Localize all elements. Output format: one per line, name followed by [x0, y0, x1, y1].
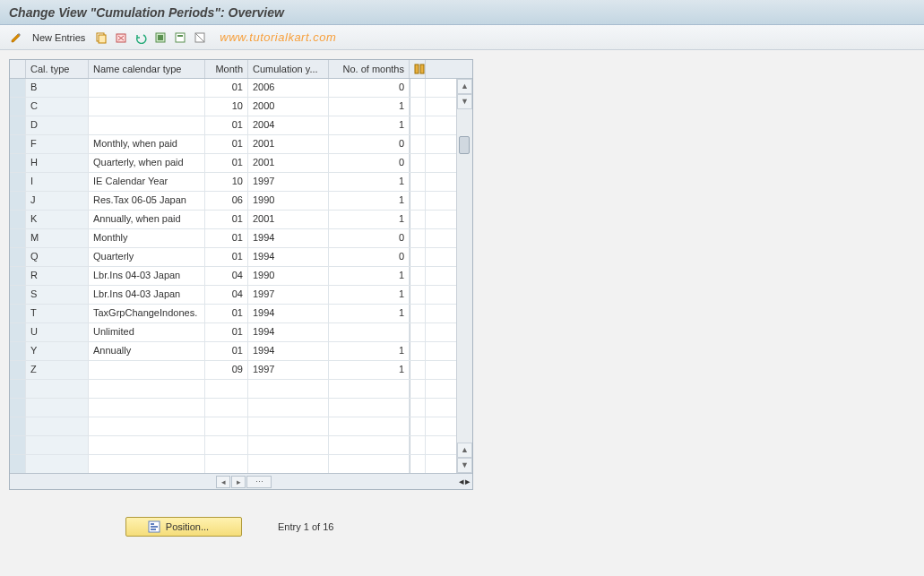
col-header-name[interactable]: Name calendar type: [89, 60, 205, 78]
cell-month[interactable]: 09: [205, 361, 248, 379]
row-selector[interactable]: [10, 267, 26, 285]
new-entries-button[interactable]: New Entries: [29, 32, 89, 43]
cell-months[interactable]: 0: [329, 248, 410, 266]
cell-year[interactable]: 1997: [248, 173, 329, 191]
cell-month[interactable]: [205, 455, 248, 473]
cell-months[interactable]: 1: [329, 211, 410, 228]
cell-caltype[interactable]: Y: [26, 342, 89, 360]
cell-year[interactable]: [248, 436, 329, 454]
row-selector[interactable]: [10, 417, 26, 435]
undo-icon[interactable]: [134, 30, 148, 45]
cell-months[interactable]: 0: [329, 229, 410, 247]
cell-months[interactable]: 1: [329, 286, 410, 304]
cell-name[interactable]: [89, 79, 205, 97]
cell-year[interactable]: 2004: [248, 116, 329, 134]
cell-year[interactable]: 1994: [248, 342, 329, 360]
cell-month[interactable]: 04: [205, 286, 248, 304]
col-header-cumulation[interactable]: Cumulation y...: [248, 60, 329, 78]
cell-name[interactable]: TaxGrpChangeIndones.: [89, 305, 205, 322]
table-row[interactable]: MMonthly0119940: [10, 229, 472, 248]
cell-name[interactable]: Annually, when paid: [89, 211, 205, 228]
cell-month[interactable]: 01: [205, 79, 248, 97]
table-row[interactable]: FMonthly, when paid0120010: [10, 135, 472, 154]
cell-months[interactable]: 1: [329, 116, 410, 134]
cell-name[interactable]: [89, 98, 205, 116]
cell-month[interactable]: 10: [205, 173, 248, 191]
row-selector[interactable]: [10, 323, 26, 341]
hscroll-thumb[interactable]: ⋯: [246, 476, 272, 488]
row-selector[interactable]: [10, 305, 26, 322]
cell-name[interactable]: [89, 455, 205, 473]
row-selector[interactable]: [10, 399, 26, 417]
cell-months[interactable]: 1: [329, 173, 410, 191]
cell-name[interactable]: Unlimited: [89, 323, 205, 341]
cell-caltype[interactable]: H: [26, 154, 89, 172]
cell-name[interactable]: IE Calendar Year: [89, 173, 205, 191]
cell-months[interactable]: 0: [329, 79, 410, 97]
cell-months[interactable]: 0: [329, 154, 410, 172]
cell-months[interactable]: [329, 399, 410, 417]
row-selector[interactable]: [10, 380, 26, 398]
row-selector[interactable]: [10, 79, 26, 97]
cell-month[interactable]: [205, 380, 248, 398]
scroll-up-icon[interactable]: ▲: [457, 79, 472, 94]
scroll-down-icon[interactable]: ▼: [457, 458, 472, 473]
cell-year[interactable]: 1997: [248, 286, 329, 304]
cell-caltype[interactable]: R: [26, 267, 89, 285]
edit-pencil-icon[interactable]: [9, 30, 23, 45]
cell-month[interactable]: [205, 417, 248, 435]
row-selector[interactable]: [10, 455, 26, 473]
cell-month[interactable]: 01: [205, 248, 248, 266]
cell-caltype[interactable]: [26, 380, 89, 398]
delete-box-icon[interactable]: [114, 30, 128, 45]
cell-name[interactable]: [89, 361, 205, 379]
row-selector[interactable]: [10, 248, 26, 266]
row-selector[interactable]: [10, 173, 26, 191]
cell-months[interactable]: [329, 323, 410, 341]
deselect-all-icon[interactable]: [193, 30, 207, 45]
table-row[interactable]: YAnnually0119941: [10, 342, 472, 361]
cell-caltype[interactable]: M: [26, 229, 89, 247]
cell-month[interactable]: [205, 436, 248, 454]
cell-caltype[interactable]: [26, 436, 89, 454]
cell-month[interactable]: 01: [205, 116, 248, 134]
row-selector[interactable]: [10, 192, 26, 210]
position-button[interactable]: Position...: [125, 517, 242, 537]
cell-year[interactable]: 1990: [248, 192, 329, 210]
cell-year[interactable]: 1994: [248, 323, 329, 341]
cell-month[interactable]: 06: [205, 192, 248, 210]
cell-name[interactable]: [89, 436, 205, 454]
cell-year[interactable]: [248, 380, 329, 398]
cell-name[interactable]: Quarterly: [89, 248, 205, 266]
cell-months[interactable]: 1: [329, 342, 410, 360]
cell-months[interactable]: [329, 417, 410, 435]
table-row[interactable]: HQuarterly, when paid0120010: [10, 154, 472, 173]
hscroll-left2-icon[interactable]: ◂: [459, 476, 464, 487]
scroll-thumb[interactable]: [459, 136, 470, 154]
cell-caltype[interactable]: [26, 399, 89, 417]
cell-caltype[interactable]: I: [26, 173, 89, 191]
hscroll-left-icon[interactable]: ◂: [216, 476, 230, 488]
cell-months[interactable]: [329, 380, 410, 398]
cell-name[interactable]: [89, 399, 205, 417]
cell-caltype[interactable]: T: [26, 305, 89, 322]
col-header-caltype[interactable]: Cal. type: [26, 60, 89, 78]
cell-month[interactable]: 01: [205, 323, 248, 341]
cell-caltype[interactable]: F: [26, 135, 89, 153]
cell-year[interactable]: 2001: [248, 154, 329, 172]
table-row-empty[interactable]: [10, 455, 472, 473]
cell-months[interactable]: [329, 436, 410, 454]
cell-month[interactable]: 01: [205, 229, 248, 247]
scroll-track[interactable]: [457, 109, 472, 443]
table-row[interactable]: RLbr.Ins 04-03 Japan0419901: [10, 267, 472, 286]
cell-months[interactable]: 1: [329, 267, 410, 285]
cell-year[interactable]: 1994: [248, 305, 329, 322]
cell-year[interactable]: 1990: [248, 267, 329, 285]
cell-caltype[interactable]: U: [26, 323, 89, 341]
hscroll-right-icon[interactable]: ▸: [231, 476, 246, 488]
row-selector[interactable]: [10, 361, 26, 379]
cell-name[interactable]: Res.Tax 06-05 Japan: [89, 192, 205, 210]
hscroll-right2-icon[interactable]: ▸: [465, 476, 471, 487]
cell-year[interactable]: 2001: [248, 135, 329, 153]
cell-month[interactable]: 01: [205, 154, 248, 172]
